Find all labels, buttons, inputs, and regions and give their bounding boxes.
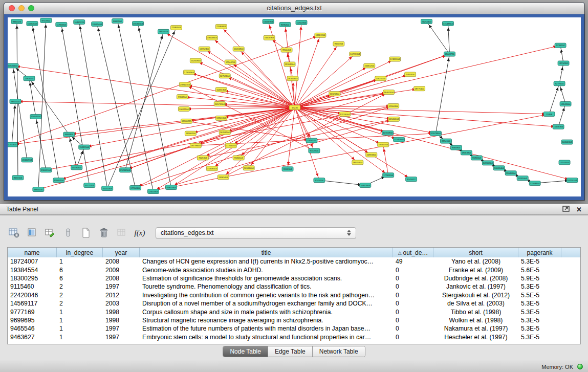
graph-node[interactable]: 13216004 bbox=[339, 112, 351, 116]
graph-node[interactable]: 20071104 bbox=[178, 107, 189, 112]
graph-node[interactable]: 25266504 bbox=[120, 168, 131, 172]
cell-pagerank[interactable]: 5.5E-5 bbox=[518, 292, 561, 299]
column-key-icon[interactable] bbox=[62, 227, 74, 239]
table-settings-icon[interactable] bbox=[8, 227, 20, 239]
graph-node[interactable]: 16959404 bbox=[366, 152, 377, 157]
cell-short[interactable]: Tibbo et al. (1998) bbox=[433, 309, 518, 316]
graph-node[interactable]: 8894104 bbox=[440, 139, 451, 143]
cell-year[interactable]: 1998 bbox=[103, 309, 140, 316]
graph-node[interactable]: 17103504 bbox=[559, 160, 570, 165]
column-header-name[interactable]: name bbox=[8, 248, 57, 257]
graph-node[interactable]: 9862504 bbox=[10, 99, 21, 104]
cell-year[interactable]: 2008 bbox=[103, 258, 140, 265]
graph-node[interactable]: 18910104 bbox=[158, 29, 169, 34]
graph-node[interactable]: 9152204 bbox=[309, 148, 320, 153]
cell-name[interactable]: 9465546 bbox=[8, 325, 57, 332]
cell-name[interactable]: 22420046 bbox=[8, 292, 57, 299]
graph-node[interactable]: 16594404 bbox=[243, 166, 254, 170]
graph-node[interactable]: 12757104 bbox=[219, 74, 230, 78]
graph-node[interactable]: 19448794 bbox=[444, 52, 455, 56]
cell-out_degree[interactable]: 0 bbox=[393, 283, 433, 290]
graph-node[interactable]: 17679904 bbox=[430, 131, 442, 136]
cell-in_degree[interactable]: 1 bbox=[57, 309, 103, 316]
graph-node[interactable]: 9460904 bbox=[63, 132, 75, 137]
column-header-short[interactable]: short bbox=[433, 248, 518, 257]
cell-pagerank[interactable]: 5.9E-5 bbox=[518, 275, 561, 282]
cell-out_degree[interactable]: 0 bbox=[393, 292, 433, 299]
cell-year[interactable]: 2009 bbox=[103, 267, 140, 274]
graph-node[interactable]: 12508604 bbox=[529, 181, 540, 186]
cell-year[interactable]: 2012 bbox=[103, 292, 140, 299]
cell-name[interactable]: 9463627 bbox=[8, 334, 57, 341]
cell-title[interactable]: Tourette syndrome. Phenomenology and cla… bbox=[140, 283, 393, 290]
cell-pagerank[interactable]: 5.3E-5 bbox=[518, 258, 561, 265]
graph-node[interactable]: 17595304 bbox=[71, 165, 82, 170]
cell-title[interactable]: Genome-wide association studies in ADHD. bbox=[140, 267, 393, 274]
graph-node[interactable]: 15905104 bbox=[53, 178, 64, 183]
float-panel-icon[interactable] bbox=[562, 206, 570, 213]
graph-node[interactable]: 17544204 bbox=[225, 60, 236, 64]
new-document-icon[interactable] bbox=[80, 227, 92, 239]
cell-year[interactable]: 2008 bbox=[103, 275, 140, 282]
graph-node[interactable]: 11261304 bbox=[8, 142, 17, 147]
graph-node[interactable]: 17769204 bbox=[383, 173, 394, 178]
graph-node[interactable]: 9152304 bbox=[282, 167, 293, 171]
network-selector[interactable]: citations_edges.txt bbox=[156, 227, 356, 239]
cell-in_degree[interactable]: 1 bbox=[57, 258, 103, 265]
cell-in_degree[interactable]: 1 bbox=[57, 325, 103, 332]
graph-node[interactable]: 22080504 bbox=[170, 25, 182, 30]
tab-edge-table[interactable]: Edge Table bbox=[268, 346, 313, 357]
graph-node[interactable]: 17764104 bbox=[130, 186, 141, 190]
cell-title[interactable]: Investigating the contribution of common… bbox=[140, 292, 393, 299]
graph-node[interactable]: 10658304 bbox=[553, 124, 564, 129]
cell-title[interactable]: Estimation of significance thresholds fo… bbox=[140, 275, 393, 282]
import-table-icon[interactable] bbox=[116, 227, 128, 239]
cell-short[interactable]: Stergiakouli et al. (2012) bbox=[433, 292, 518, 299]
graph-node[interactable]: 11326304 bbox=[329, 92, 340, 96]
cell-in_degree[interactable]: 6 bbox=[57, 275, 103, 282]
network-window-titlebar[interactable]: citations_edges.txt bbox=[4, 3, 584, 14]
graph-node[interactable]: 14200904 bbox=[190, 58, 201, 63]
graph-node[interactable]: 16770104 bbox=[567, 178, 578, 183]
graph-node[interactable]: 22080804 bbox=[215, 24, 227, 29]
graph-node[interactable]: 16306104 bbox=[185, 131, 196, 136]
graph-node[interactable]: 20125704 bbox=[84, 183, 95, 188]
cell-pagerank[interactable]: 5.3E-5 bbox=[518, 300, 561, 307]
graph-node[interactable]: 16461404 bbox=[383, 90, 395, 95]
graph-node[interactable]: 19565404 bbox=[217, 175, 229, 180]
cell-year[interactable]: 2003 bbox=[103, 300, 140, 307]
graph-node[interactable]: 10234502 bbox=[27, 21, 38, 26]
cell-in_degree[interactable]: 2 bbox=[57, 292, 103, 299]
cell-title[interactable]: Structural magnetic resonance image aver… bbox=[140, 317, 393, 324]
cell-year[interactable]: 1997 bbox=[103, 334, 140, 341]
graph-node[interactable]: 19005104 bbox=[40, 168, 52, 172]
cell-name[interactable]: 18300295 bbox=[8, 275, 57, 282]
graph-node[interactable]: 15722304 bbox=[296, 20, 307, 25]
cell-pagerank[interactable]: 5.3E-5 bbox=[518, 283, 561, 290]
cell-out_degree[interactable]: 49 bbox=[393, 258, 433, 265]
cell-title[interactable]: Corpus callosum shape and size in male p… bbox=[140, 309, 393, 316]
cell-title[interactable]: Embryonic stem cells: a model to study s… bbox=[140, 334, 393, 341]
graph-node[interactable]: 16461204 bbox=[364, 63, 375, 68]
cell-short[interactable]: Yano et al. (2008) bbox=[433, 258, 518, 265]
graph-node[interactable]: 15981504 bbox=[79, 145, 90, 149]
graph-node[interactable]: 7625304 bbox=[197, 156, 208, 160]
delete-icon[interactable] bbox=[98, 227, 110, 239]
graph-node[interactable]: 19304304 bbox=[284, 62, 295, 67]
graph-node[interactable]: 9596204 bbox=[279, 22, 291, 27]
cell-title[interactable]: Changes of HCN gene expression and I(f) … bbox=[140, 258, 393, 265]
cell-pagerank[interactable]: 5.6E-5 bbox=[518, 267, 561, 274]
tab-node-table[interactable]: Node Table bbox=[223, 346, 268, 357]
graph-node[interactable]: 15358504 bbox=[206, 166, 217, 171]
graph-node[interactable]: 11731802 bbox=[56, 22, 67, 27]
tab-network-table[interactable]: Network Table bbox=[313, 346, 365, 357]
graph-node[interactable]: 20621004 bbox=[375, 76, 386, 81]
cell-in_degree[interactable]: 2 bbox=[57, 300, 103, 307]
graph-node[interactable]: 8660304 bbox=[112, 18, 123, 23]
cell-in_degree[interactable]: 1 bbox=[57, 334, 103, 341]
graph-node[interactable]: 9361026 bbox=[11, 19, 23, 24]
cell-title[interactable]: Disruption of a novel member of a sodium… bbox=[140, 300, 393, 307]
cell-short[interactable]: Jankovic et al. (1997) bbox=[433, 283, 518, 290]
graph-node[interactable]: 12143504 bbox=[560, 102, 571, 106]
graph-node[interactable]: 9245012 bbox=[406, 177, 417, 182]
